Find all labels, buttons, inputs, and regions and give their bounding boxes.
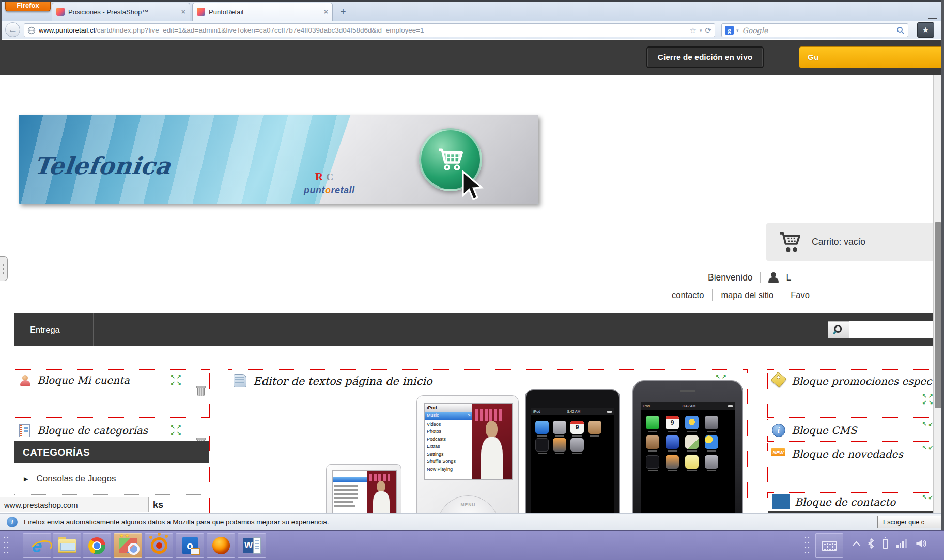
move-arrows-icon[interactable]: ↖↗↙↘	[169, 374, 182, 386]
move-arrows-icon[interactable]: ↖↗↙↘	[169, 424, 182, 436]
art-detail	[377, 481, 385, 491]
logo-punt: punt	[304, 185, 325, 195]
block-title: Bloque promociones espec	[792, 375, 932, 387]
menu-line	[334, 485, 358, 487]
windows-taskbar: e o W	[0, 530, 944, 560]
word-icon[interactable]: W	[238, 533, 266, 558]
search-magnifier-icon[interactable]	[896, 26, 905, 35]
bookmarks-panel-button[interactable]: ★	[917, 22, 934, 38]
tab-posiciones[interactable]: Posiciones - PrestaShop™ ×	[52, 3, 190, 21]
ipod-touch-screen: iPod 8:42 AM 9	[531, 408, 614, 513]
expand-arrow-icon[interactable]: ▶	[24, 476, 28, 483]
scrollbar-thumb[interactable]	[935, 222, 941, 408]
window-frame-right	[941, 0, 944, 530]
search-input[interactable]	[741, 26, 894, 35]
taskbar-grip[interactable]	[3, 535, 10, 556]
mouse-cursor	[461, 170, 485, 203]
menu-highlight	[333, 477, 367, 482]
reload-icon[interactable]: ⟳	[705, 26, 711, 35]
live-edit-admin-bar: Cierre de edición en vivo Gu	[0, 40, 944, 75]
ipod-menu-item: Photos	[425, 428, 472, 435]
bluetooth-icon[interactable]	[868, 538, 874, 549]
globe-icon	[27, 26, 36, 35]
touch-keyboard-icon[interactable]	[815, 533, 843, 558]
outlook-icon[interactable]: o	[176, 533, 204, 558]
status-bar: iPod 8:42 AM	[531, 408, 614, 415]
window-frame-top	[0, 0, 944, 2]
app-icon	[588, 421, 601, 434]
app-grid: 9	[531, 415, 614, 457]
live-edit-side-handle[interactable]	[0, 256, 8, 281]
new-tab-button[interactable]: +	[336, 5, 350, 19]
chrome-icon[interactable]	[83, 533, 111, 558]
categories-icon	[19, 424, 30, 437]
file-explorer-icon[interactable]	[53, 533, 81, 558]
block-my-account[interactable]: Bloque Mi cuenta ↖↗↙↘	[14, 369, 210, 418]
page-scrollbar[interactable]	[933, 75, 942, 513]
app-icon	[535, 438, 549, 452]
battery-icon[interactable]	[883, 539, 888, 549]
block-title: Editor de textos página de inicio	[253, 375, 432, 387]
url-text[interactable]: www.puntoretail.cl/cartd/index.php?live_…	[39, 26, 686, 34]
status-left: iPod	[533, 410, 540, 413]
ie-letter: e	[32, 537, 42, 555]
internet-explorer-icon[interactable]: e	[23, 533, 51, 558]
block-home-text-editor[interactable]: Editor de textos página de inicio ↖↗↙↘	[228, 369, 748, 513]
tab-close-icon[interactable]: ×	[181, 8, 185, 16]
move-arrows-icon[interactable]: ↖↙	[921, 421, 934, 427]
trash-icon[interactable]	[196, 385, 205, 396]
block-cms[interactable]: i Bloque CMS ↖↙	[767, 419, 933, 442]
search-engine-dropdown-icon[interactable]: ▾	[736, 28, 739, 33]
move-arrows-icon[interactable]: ↖↙	[921, 444, 934, 450]
logo-letter-r: R	[315, 170, 323, 183]
cart-label: Carrito: vacío	[812, 237, 865, 247]
contact-link[interactable]: contacto	[672, 290, 704, 300]
photo-tool-icon-active[interactable]	[114, 533, 142, 558]
categories-header: CATEGORÍAS	[14, 441, 209, 463]
tab-close-icon[interactable]: ×	[324, 8, 328, 16]
account-link-partial[interactable]: L	[786, 272, 792, 283]
move-arrows-icon[interactable]: ↖↙	[921, 494, 934, 500]
firefox-notification-bar: i Firefox envía automáticamente algunos …	[0, 513, 944, 530]
move-arrows-icon[interactable]: ↖↗↙↘	[921, 393, 934, 405]
app-icon	[685, 435, 699, 449]
favorites-link-partial[interactable]: Favo	[791, 290, 810, 300]
nav-search-input[interactable]	[849, 321, 942, 338]
search-bar[interactable]: g ▾	[721, 23, 908, 37]
choose-what-to-share-button[interactable]: Escoger que c	[877, 516, 943, 528]
logo-retail: retail	[331, 185, 354, 195]
back-button[interactable]: ←	[5, 22, 20, 37]
divider	[782, 289, 782, 301]
close-live-edit-button[interactable]: Cierre de edición en vivo	[646, 46, 764, 68]
sitemap-link[interactable]: mapa del sitio	[721, 290, 773, 300]
xnview-icon[interactable]	[145, 533, 173, 558]
promotions-icon	[771, 372, 787, 388]
arrow: ↖	[169, 374, 176, 380]
url-bar[interactable]: www.puntoretail.cl/cartd/index.php?live_…	[24, 23, 715, 37]
urlbar-dropdown-icon[interactable]: ▾	[700, 28, 702, 33]
nav-search-button[interactable]	[828, 321, 849, 338]
menu-line	[334, 497, 358, 499]
bookmark-star-icon[interactable]: ☆	[689, 26, 696, 35]
tab-puntoretail-active[interactable]: PuntoRetail ×	[192, 3, 333, 21]
block-new-products[interactable]: NEW Bloque de novedades ↖↙	[767, 443, 933, 491]
block-contact[interactable]: Bloque de contacto ↖↙	[767, 492, 933, 513]
new-badge-icon: NEW	[771, 448, 785, 456]
speaker-icon[interactable]	[915, 538, 927, 549]
divider	[760, 272, 761, 283]
block-special-promotions[interactable]: Bloque promociones espec ↖↗↙↘	[767, 369, 933, 418]
tab-title: PuntoRetail	[209, 8, 320, 16]
logo-letter-c: C	[326, 172, 333, 182]
firefox-taskbar-icon[interactable]	[207, 533, 235, 558]
telefonica-banner[interactable]: Telefonica RC puntoretail	[19, 115, 538, 204]
taskbar-grip[interactable]	[804, 535, 811, 556]
nav-item-entrega[interactable]: Entrega	[14, 313, 94, 346]
arrow: ↙	[921, 399, 927, 405]
signal-bars-icon[interactable]	[896, 539, 907, 548]
show-hidden-icons-chevron[interactable]	[853, 541, 861, 549]
cart-summary[interactable]: Carrito: vacío	[766, 223, 942, 261]
category-consolas[interactable]: ▶ Consolas de Juegos	[14, 469, 209, 489]
system-tray	[854, 538, 927, 549]
save-button[interactable]: Gu	[799, 46, 944, 68]
ipod-menu-item: Shuffle Songs	[425, 458, 472, 465]
